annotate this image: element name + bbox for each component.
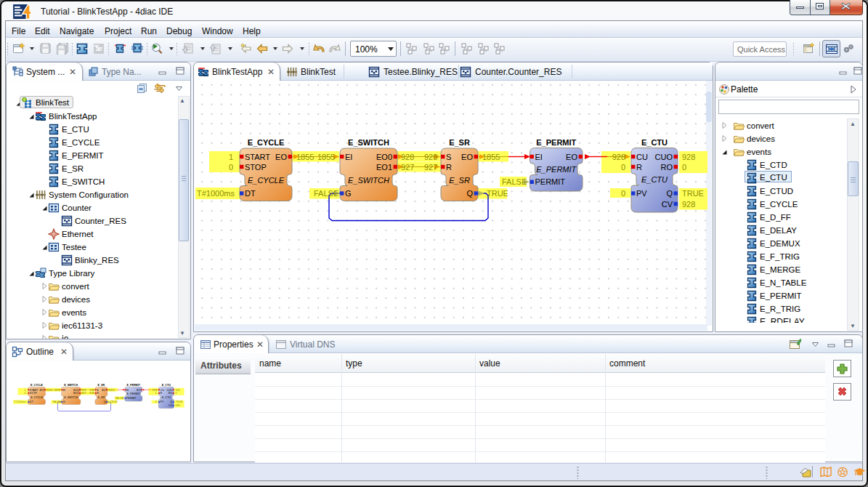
svg-text:E_SWITCH: E_SWITCH [348,138,389,147]
svg-text:EI: EI [63,389,65,392]
svg-text:CV: CV [169,404,173,407]
svg-text:928: 928 [89,389,94,392]
svg-text:PERMIT: PERMIT [535,177,566,186]
svg-text:1855: 1855 [109,389,115,392]
svg-text:1855: 1855 [296,153,314,161]
svg-text:T#1000ms: T#1000ms [197,189,235,198]
svg-text:EI: EI [126,389,129,392]
svg-text:TRUE: TRUE [176,401,184,403]
svg-text:RO: RO [169,392,173,395]
svg-text:DT: DT [30,401,34,403]
svg-text:R: R [636,163,642,172]
svg-text:928: 928 [401,153,414,161]
svg-text:928: 928 [424,153,437,161]
svg-text:R: R [161,392,163,395]
svg-text:EO0: EO0 [376,153,392,161]
svg-text:E_CTU: E_CTU [641,138,668,147]
svg-text:E_CYCLE: E_CYCLE [248,176,285,185]
svg-text:T#1000ms: T#1000ms [14,401,26,403]
svg-text:E_SWITCH: E_SWITCH [64,396,78,399]
svg-text:Q: Q [104,401,106,403]
svg-text:E_PERMIT: E_PERMIT [536,138,576,147]
svg-text:PV: PV [636,189,647,198]
svg-text:927: 927 [424,163,437,172]
svg-text:E_SR: E_SR [98,396,105,399]
svg-text:928: 928 [82,389,86,392]
svg-text:RO: RO [661,163,673,172]
svg-text:FALSE: FALSE [502,177,527,186]
svg-text:EO: EO [137,389,140,392]
svg-text:EO: EO [566,153,577,161]
svg-text:EO0: EO0 [73,389,78,392]
svg-text:EI: EI [535,153,543,161]
svg-text:928: 928 [176,404,180,407]
svg-text:1855: 1855 [54,389,60,392]
svg-text:EI: EI [345,153,352,161]
svg-text:1: 1 [229,153,233,161]
svg-text:928: 928 [682,200,695,209]
svg-text:1855: 1855 [317,153,335,161]
svg-text:DT: DT [245,189,256,198]
svg-text:0: 0 [229,163,233,172]
svg-text:927: 927 [401,163,414,172]
svg-text:E_SWITCH: E_SWITCH [64,384,78,387]
svg-text:E_SWITCH: E_SWITCH [348,176,389,185]
svg-text:E_CTU: E_CTU [641,175,668,184]
svg-text:EO: EO [275,153,287,161]
svg-text:0: 0 [155,392,156,395]
svg-text:TRUE: TRUE [487,189,508,198]
svg-text:S: S [446,153,451,161]
svg-text:FALSE: FALSE [115,397,124,400]
svg-text:928: 928 [152,389,156,392]
svg-text:TRUE: TRUE [682,189,704,198]
svg-text:0: 0 [621,163,625,172]
svg-text:FALSE: FALSE [53,401,62,403]
svg-text:R: R [97,392,99,395]
svg-text:Q: Q [466,189,473,198]
svg-text:STOP: STOP [245,163,267,172]
svg-text:CV: CV [662,200,673,209]
svg-text:EO: EO [102,389,105,392]
svg-text:1855: 1855 [482,153,500,161]
svg-text:CU: CU [636,153,648,161]
svg-text:E_PERMIT: E_PERMIT [127,393,141,395]
svg-text:FALSE: FALSE [314,189,338,198]
svg-text:1: 1 [24,389,25,392]
svg-text:PV: PV [161,401,164,403]
svg-text:CUO: CUO [655,153,673,161]
svg-text:CU: CU [161,389,165,392]
svg-text:PERMIT: PERMIT [126,397,137,400]
svg-text:0: 0 [24,392,25,395]
svg-text:EO: EO [40,389,44,392]
svg-text:E_PERMIT: E_PERMIT [127,384,141,387]
svg-text:G: G [345,189,352,198]
svg-text:0: 0 [155,401,156,403]
svg-text:START: START [30,389,38,392]
svg-text:E_CYCLE: E_CYCLE [31,384,43,387]
svg-text:0: 0 [621,189,625,198]
svg-text:E_SR: E_SR [98,384,105,387]
svg-text:E_PERMIT: E_PERMIT [536,165,577,174]
svg-text:0: 0 [682,163,686,172]
svg-text:1855: 1855 [47,389,53,392]
svg-text:927: 927 [82,392,86,395]
svg-text:CUO: CUO [166,389,172,392]
svg-text:Q: Q [170,401,172,403]
svg-text:E_CTU: E_CTU [162,384,171,387]
svg-text:E_SR: E_SR [449,176,470,185]
svg-text:TRUE: TRUE [110,401,118,403]
svg-text:E_CTU: E_CTU [162,396,171,399]
svg-text:EO1: EO1 [73,392,78,395]
svg-text:E_CYCLE: E_CYCLE [248,138,285,147]
svg-text:927: 927 [89,392,94,395]
svg-text:0: 0 [176,392,177,395]
svg-text:928: 928 [612,153,625,161]
svg-text:928: 928 [176,389,180,392]
svg-text:E_SR: E_SR [449,138,470,147]
svg-text:G: G [63,401,65,403]
svg-text:STOP: STOP [30,392,37,395]
svg-text:R: R [446,163,452,172]
svg-text:EO1: EO1 [376,163,392,172]
svg-text:E_CYCLE: E_CYCLE [31,396,43,399]
svg-text:START: START [245,153,270,161]
